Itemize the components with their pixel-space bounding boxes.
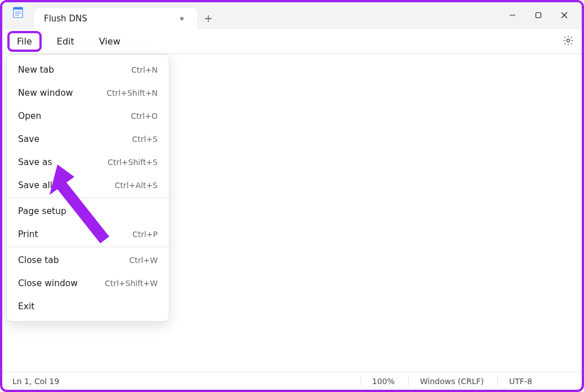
status-cursor-position: Ln 1, Col 19 [12, 377, 73, 386]
new-tab-button[interactable] [197, 8, 220, 29]
menu-item-shortcut: Ctrl+P [132, 230, 158, 239]
menu-item-label: Print [18, 229, 132, 239]
svg-point-11 [567, 39, 570, 42]
menu-item-shortcut: Ctrl+S [132, 135, 158, 144]
menu-print[interactable]: Print Ctrl+P [7, 222, 169, 246]
svg-rect-8 [536, 13, 541, 18]
menu-item-shortcut: Ctrl+W [130, 256, 158, 265]
menu-close-window[interactable]: Close window Ctrl+Shift+W [7, 271, 169, 295]
menu-save-as[interactable]: Save as Ctrl+Shift+S [7, 150, 169, 173]
menu-file[interactable]: File [9, 33, 40, 50]
menu-separator [7, 247, 169, 247]
menu-item-shortcut: Ctrl+O [131, 112, 158, 121]
menu-item-label: New tab [18, 65, 131, 75]
menu-item-shortcut: Ctrl+Shift+W [105, 279, 158, 288]
status-encoding[interactable]: UTF-8 [497, 377, 576, 386]
menu-save-all[interactable]: Save all Ctrl+Alt+S [7, 173, 169, 197]
menu-item-shortcut: Ctrl+Shift+N [106, 88, 158, 97]
menu-item-label: New window [18, 88, 106, 98]
plus-icon [204, 13, 212, 25]
menu-item-label: Page setup [18, 206, 158, 216]
notepad-app-icon [11, 6, 26, 20]
tab-current[interactable]: Flush DNS [34, 8, 197, 29]
statusbar: Ln 1, Col 19 100% Windows (CRLF) UTF-8 [2, 372, 582, 390]
menu-new-tab[interactable]: New tab Ctrl+N [7, 58, 169, 81]
menu-item-label: Close tab [18, 255, 130, 265]
menu-item-label: Exit [18, 301, 158, 311]
titlebar: Flush DNS [2, 2, 582, 29]
menu-new-window[interactable]: New window Ctrl+Shift+N [7, 81, 169, 104]
menu-separator [7, 198, 169, 198]
menu-item-label: Close window [18, 278, 105, 288]
gear-icon [563, 35, 574, 48]
menu-page-setup[interactable]: Page setup [7, 199, 169, 222]
menu-open[interactable]: Open Ctrl+O [7, 104, 169, 127]
menu-item-label: Save [18, 134, 132, 144]
svg-rect-1 [14, 7, 23, 10]
menu-save[interactable]: Save Ctrl+S [7, 127, 169, 150]
menu-view[interactable]: View [91, 33, 128, 50]
minimize-button[interactable] [500, 4, 525, 26]
menu-item-label: Save as [18, 157, 108, 167]
menu-close-tab[interactable]: Close tab Ctrl+W [7, 248, 169, 271]
tab-title: Flush DNS [44, 14, 176, 24]
menu-edit[interactable]: Edit [49, 33, 82, 50]
menu-item-shortcut: Ctrl+Shift+S [108, 158, 158, 167]
menu-item-label: Save all [18, 180, 115, 190]
maximize-button[interactable] [525, 4, 551, 26]
file-dropdown-menu: New tab Ctrl+N New window Ctrl+Shift+N O… [6, 54, 170, 322]
status-zoom[interactable]: 100% [360, 377, 408, 386]
menu-item-shortcut: Ctrl+N [131, 65, 158, 74]
close-button[interactable] [551, 4, 577, 26]
settings-button[interactable] [560, 34, 576, 50]
menu-item-shortcut: Ctrl+Alt+S [115, 181, 158, 190]
tab-modified-dot-icon [180, 17, 184, 20]
menubar: File Edit View [2, 29, 582, 54]
window-controls [500, 2, 577, 28]
menu-exit[interactable]: Exit [7, 295, 169, 318]
status-line-ending[interactable]: Windows (CRLF) [408, 377, 497, 386]
menu-item-label: Open [18, 111, 131, 121]
